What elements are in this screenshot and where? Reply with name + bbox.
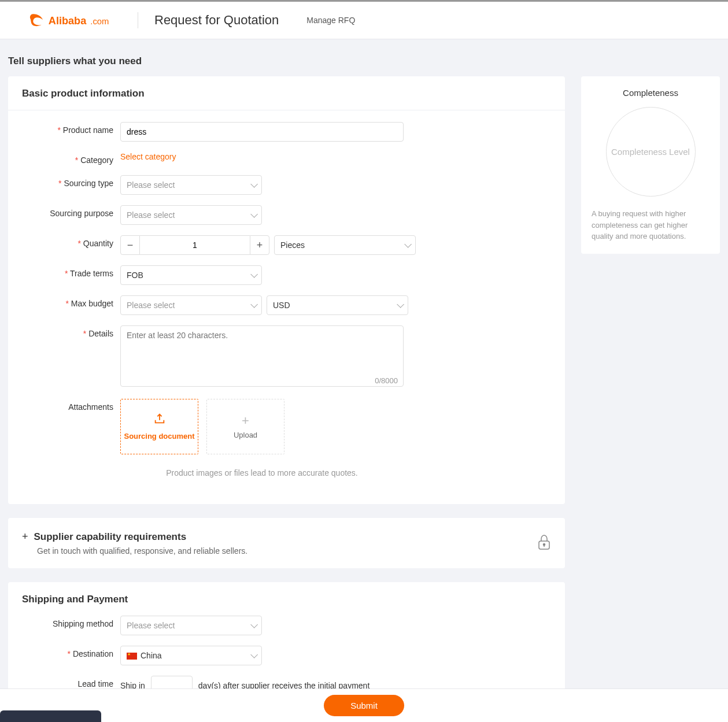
chevron-down-icon: [250, 271, 256, 280]
shipping-method-label: Shipping method: [22, 616, 120, 628]
quantity-minus-button[interactable]: −: [120, 235, 140, 255]
page-heading: Tell suppliers what you need: [8, 55, 720, 67]
chevron-down-icon: [250, 621, 256, 630]
quantity-unit-select[interactable]: Pieces: [274, 235, 416, 255]
destination-select[interactable]: China: [120, 646, 262, 665]
chevron-down-icon: [250, 210, 256, 220]
completeness-title: Completeness: [592, 88, 709, 98]
destination-value: China: [141, 651, 162, 660]
chevron-down-icon: [397, 301, 402, 310]
chevron-down-icon: [250, 180, 256, 190]
upload-label: Upload: [234, 431, 257, 439]
sourcing-document-label: Sourcing document: [124, 432, 194, 441]
attachments-hint: Product images or files lead to more acc…: [120, 468, 404, 477]
max-budget-select[interactable]: Please select: [120, 295, 262, 315]
upload-icon: [153, 412, 166, 428]
trade-terms-select[interactable]: FOB: [120, 265, 262, 285]
category-label: Category: [22, 152, 120, 165]
currency-value: USD: [273, 301, 290, 310]
quantity-stepper: − +: [120, 235, 269, 255]
max-budget-value: Please select: [127, 301, 175, 310]
page-title: Request for Quotation: [154, 13, 279, 28]
quantity-unit-value: Pieces: [280, 240, 305, 250]
basic-info-card: Basic product information Product name C…: [8, 76, 565, 504]
chevron-down-icon: [250, 651, 256, 660]
flag-china-icon: [127, 653, 137, 660]
attachments-label: Attachments: [22, 399, 120, 412]
svg-text:.com: .com: [90, 17, 109, 26]
sourcing-purpose-value: Please select: [127, 210, 175, 220]
basic-info-title: Basic product information: [8, 76, 565, 110]
sourcing-type-value: Please select: [127, 180, 175, 190]
manage-rfq-link[interactable]: Manage RFQ: [306, 16, 355, 25]
expand-plus-icon: +: [22, 531, 28, 543]
quantity-plus-button[interactable]: +: [250, 235, 269, 255]
trade-terms-label: Trade terms: [22, 265, 120, 278]
details-textarea[interactable]: [120, 325, 404, 387]
svg-text:Alibaba: Alibaba: [49, 15, 87, 27]
shipping-method-select[interactable]: Please select: [120, 616, 262, 635]
chevron-down-icon: [250, 301, 256, 310]
shipping-payment-title: Shipping and Payment: [8, 582, 565, 611]
alibaba-logo[interactable]: Alibaba.com: [23, 12, 121, 28]
footer-bar: Submit: [0, 688, 728, 722]
completeness-note: A buying request with higher completenes…: [592, 208, 709, 242]
quantity-input[interactable]: [140, 235, 250, 255]
supplier-requirements-card[interactable]: + Supplier capability requirements Get i…: [8, 518, 565, 568]
destination-label: Destination: [22, 646, 120, 658]
max-budget-label: Max budget: [22, 295, 120, 308]
supplier-requirements-title: Supplier capability requirements: [34, 531, 187, 543]
currency-select[interactable]: USD: [267, 295, 408, 315]
leadtime-label: Lead time: [22, 676, 120, 688]
sourcing-type-select[interactable]: Please select: [120, 175, 262, 195]
lock-icon: [537, 534, 551, 552]
upload-button[interactable]: + Upload: [206, 399, 284, 454]
plus-icon: +: [242, 414, 249, 427]
select-category-link[interactable]: Select category: [120, 152, 176, 161]
shipping-method-value: Please select: [127, 621, 175, 630]
chevron-down-icon: [404, 240, 409, 250]
details-label: Details: [22, 325, 120, 338]
completeness-circle: Completeness Level: [606, 107, 696, 197]
product-name-label: Product name: [22, 122, 120, 135]
details-char-count: 0/8000: [375, 376, 398, 385]
sourcing-document-button[interactable]: Sourcing document: [120, 399, 198, 454]
sourcing-purpose-label: Sourcing purpose: [22, 205, 120, 218]
completeness-card: Completeness Completeness Level A buying…: [581, 76, 720, 254]
top-header: Alibaba.com Request for Quotation Manage…: [0, 0, 728, 39]
trade-terms-value: FOB: [127, 271, 143, 280]
completeness-circle-text: Completeness Level: [611, 146, 690, 158]
header-divider: [138, 12, 138, 28]
bottom-left-widget[interactable]: [0, 710, 101, 722]
sourcing-type-label: Sourcing type: [22, 175, 120, 188]
quantity-label: Quantity: [22, 235, 120, 248]
product-name-input[interactable]: [120, 122, 404, 142]
submit-button[interactable]: Submit: [324, 695, 404, 716]
sourcing-purpose-select[interactable]: Please select: [120, 205, 262, 225]
supplier-requirements-subtitle: Get in touch with qualified, responsive,…: [22, 546, 247, 556]
